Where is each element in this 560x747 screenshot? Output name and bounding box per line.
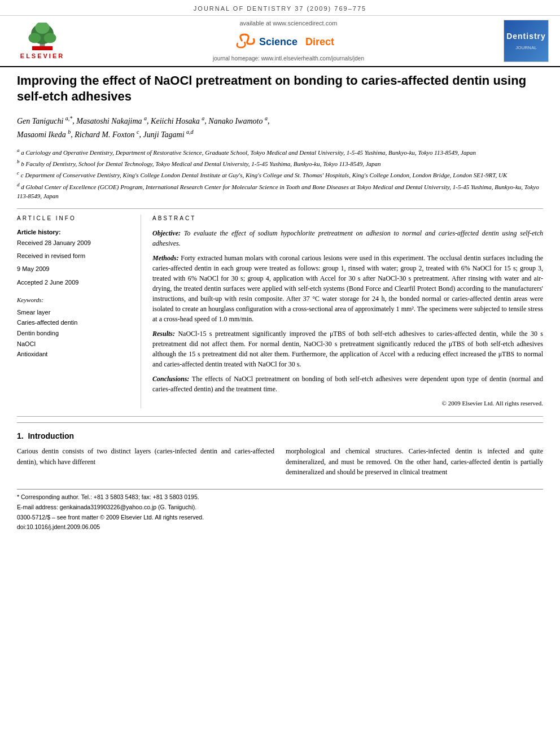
center-info: available at www.sciencedirect.com Scien… bbox=[73, 19, 504, 62]
received-date-2: Received in revised form bbox=[17, 252, 132, 260]
keywords-list: Smear layer Caries-affected dentin Denti… bbox=[17, 307, 132, 360]
keyword-4: NaOCl bbox=[17, 339, 132, 350]
history-label: Article history: bbox=[17, 228, 132, 237]
main-content: Improving the effect of NaOCl pretreatme… bbox=[0, 67, 560, 544]
intro-right-text: morphological and chemical structures. C… bbox=[286, 446, 543, 478]
keyword-1: Smear layer bbox=[17, 307, 132, 318]
abstract-conclusions: Conclusions: The effects of NaOCl pretre… bbox=[152, 374, 543, 394]
intro-two-col: Carious dentin consists of two distinct … bbox=[17, 446, 543, 478]
abstract-methods: Methods: Forty extracted human molars wi… bbox=[152, 253, 543, 324]
svg-text:Direct: Direct bbox=[305, 36, 334, 47]
section-number: 1. Introduction bbox=[17, 431, 543, 442]
svg-text:Science: Science bbox=[259, 36, 298, 47]
article-info-label: ARTICLE INFO bbox=[17, 215, 132, 222]
intro-left-text: Carious dentin consists of two distinct … bbox=[17, 446, 274, 467]
affiliations: a a Cariology and Operative Dentistry, D… bbox=[17, 147, 543, 200]
dentistry-thumb: Dentistry JOURNAL bbox=[504, 20, 549, 62]
svg-rect-5 bbox=[32, 46, 53, 50]
authors-line: Gen Taniguchi a,*, Masatoshi Nakajima a,… bbox=[17, 114, 543, 141]
abstract-objective: Objective: To evaluate the effect of sod… bbox=[152, 228, 543, 248]
keyword-3: Dentin bonding bbox=[17, 328, 132, 339]
logo-bar: ELSEVIER available at www.sciencedirect.… bbox=[0, 15, 560, 67]
accepted-date: Accepted 2 June 2009 bbox=[17, 278, 132, 287]
abstract-label: ABSTRACT bbox=[152, 215, 543, 222]
keyword-2: Caries-affected dentin bbox=[17, 317, 132, 328]
elsevier-tree-icon bbox=[20, 23, 65, 51]
two-col-layout: ARTICLE INFO Article history: Received 2… bbox=[17, 215, 543, 408]
footnote-doi: doi:10.1016/j.jdent.2009.06.005 bbox=[17, 523, 543, 532]
article-info-col: ARTICLE INFO Article history: Received 2… bbox=[17, 215, 141, 408]
received-date-1: Received 28 January 2009 bbox=[17, 239, 132, 247]
footnote-issn: 0300-5712/$ – see front matter © 2009 El… bbox=[17, 513, 543, 522]
divider-bottom bbox=[17, 416, 543, 417]
introduction-section: 1. Introduction Carious dentin consists … bbox=[17, 422, 543, 478]
available-text: available at www.sciencedirect.com bbox=[85, 19, 492, 28]
methods-text: Forty extracted human molars with corona… bbox=[152, 254, 543, 323]
keyword-5: Antioxidant bbox=[17, 349, 132, 360]
sd-logo-svg: Science Direct bbox=[232, 32, 345, 51]
intro-right-col: morphological and chemical structures. C… bbox=[286, 446, 543, 478]
footnote-email: E-mail address: genkainada319903226@yaho… bbox=[17, 503, 543, 512]
footnote-corresponding: * Corresponding author. Tel.: +81 3 5803… bbox=[17, 493, 543, 502]
results-text: NaOCl-15 s pretreatment significantly im… bbox=[152, 330, 543, 368]
abstract-results: Results: NaOCl-15 s pretreatment signifi… bbox=[152, 329, 543, 369]
intro-left-col: Carious dentin consists of two distinct … bbox=[17, 446, 274, 478]
abstract-section: Objective: To evaluate the effect of sod… bbox=[152, 228, 543, 408]
keywords-label: Keywords: bbox=[17, 296, 132, 304]
abstract-col: ABSTRACT Objective: To evaluate the effe… bbox=[152, 215, 543, 408]
copyright-line: © 2009 Elsevier Ltd. All rights reserved… bbox=[152, 399, 543, 408]
svg-point-3 bbox=[44, 33, 56, 43]
article-title: Improving the effect of NaOCl pretreatme… bbox=[17, 73, 543, 105]
footnote-area: * Corresponding author. Tel.: +81 3 5803… bbox=[17, 489, 543, 532]
received-date-2-cont: 9 May 2009 bbox=[17, 265, 132, 273]
journal-header: JOURNAL OF DENTISTRY 37 (2009) 769–775 bbox=[0, 0, 560, 15]
elsevier-logo: ELSEVIER bbox=[11, 21, 73, 61]
divider-top bbox=[17, 208, 543, 209]
sciencedirect-logo: Science Direct bbox=[85, 32, 492, 51]
conclusions-text: The effects of NaOCl pretreatment on bon… bbox=[152, 375, 543, 393]
svg-point-2 bbox=[28, 33, 41, 43]
journal-url: journal homepage: www.intl.elsevierhealt… bbox=[85, 55, 492, 63]
elsevier-text: ELSEVIER bbox=[20, 52, 64, 60]
